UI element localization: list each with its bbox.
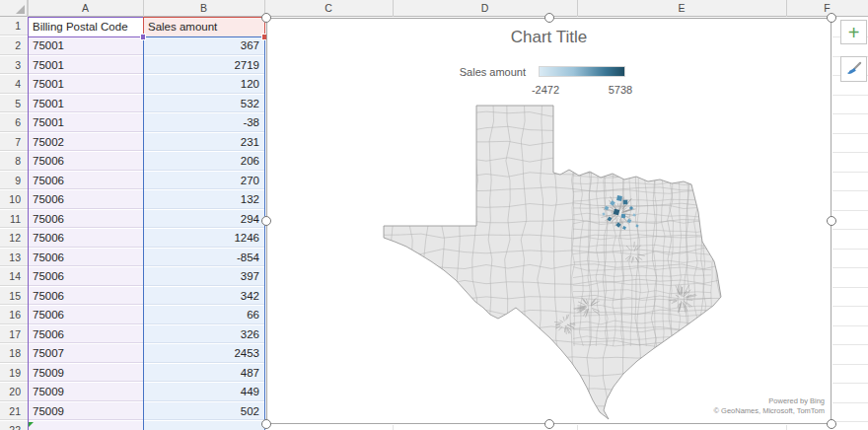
texas-filled-map[interactable]	[267, 19, 832, 425]
row-header-21[interactable]: 21	[0, 402, 28, 421]
cell-B5[interactable]: 532	[143, 95, 264, 113]
cell-B14[interactable]: 397	[143, 267, 264, 286]
chart-resize-handle[interactable]	[827, 216, 836, 226]
row-header-15[interactable]: 15	[0, 287, 28, 306]
row-header-12[interactable]: 12	[0, 229, 28, 248]
chart-resize-handle[interactable]	[827, 419, 836, 429]
cell-A4[interactable]: 75001	[28, 75, 143, 94]
row-header-17[interactable]: 17	[0, 325, 28, 344]
row-header-9[interactable]: 9	[0, 172, 28, 190]
row-header-6[interactable]: 6	[0, 113, 28, 132]
grid-line	[832, 152, 868, 153]
cell-B12[interactable]: 1246	[143, 229, 264, 248]
cell-A10[interactable]: 75006	[28, 190, 143, 209]
cell-B11[interactable]: 294	[143, 210, 264, 229]
row-header-19[interactable]: 19	[0, 364, 28, 383]
cell-B10[interactable]: 132	[143, 190, 264, 209]
cell-A21[interactable]: 75009	[28, 402, 143, 421]
column-header-C[interactable]: C	[264, 0, 393, 17]
grid-line	[832, 229, 868, 230]
cell-B4[interactable]: 120	[143, 75, 264, 94]
row-header-11[interactable]: 11	[0, 210, 28, 229]
cell-A6[interactable]: 75001	[28, 113, 143, 132]
chart-resize-handle[interactable]	[544, 13, 554, 23]
cell-B19[interactable]: 487	[143, 364, 264, 383]
cell-A18[interactable]: 75007	[28, 344, 143, 363]
row-header-5[interactable]: 5	[0, 95, 28, 113]
attribution-line-2: © GeoNames, Microsoft, TomTom	[714, 406, 826, 416]
column-header-divider	[393, 0, 394, 17]
cell-B1[interactable]: Sales amount	[143, 17, 264, 36]
cell-A7[interactable]: 75002	[28, 133, 143, 152]
chart-resize-handle[interactable]	[261, 419, 271, 429]
category-range-fill-handle[interactable]	[141, 35, 146, 39]
grid-line	[786, 425, 787, 430]
brush-icon	[845, 61, 862, 78]
grid-line	[393, 425, 394, 430]
column-header-E[interactable]: E	[577, 0, 786, 17]
grid-line	[832, 210, 868, 211]
cell-A2[interactable]: 75001	[28, 36, 143, 55]
chart-resize-handle[interactable]	[261, 13, 271, 23]
cell-B20[interactable]: 449	[143, 383, 264, 401]
cell-A19[interactable]: 75009	[28, 364, 143, 383]
cell-A11[interactable]: 75006	[28, 210, 143, 229]
cell-A13[interactable]: 75006	[28, 249, 143, 267]
grid-line	[577, 425, 578, 430]
cell-A16[interactable]: 75006	[28, 306, 143, 324]
cell-A22[interactable]	[28, 421, 143, 430]
chart-styles-button[interactable]	[840, 56, 867, 82]
row-header-8[interactable]: 8	[0, 152, 28, 171]
grid-line	[832, 421, 868, 422]
row-header-13[interactable]: 13	[0, 249, 28, 267]
row-header-7[interactable]: 7	[0, 133, 28, 152]
cell-A14[interactable]: 75006	[28, 267, 143, 286]
cell-B3[interactable]: 2719	[143, 56, 264, 75]
grid-line	[832, 249, 868, 250]
row-header-3[interactable]: 3	[0, 56, 28, 75]
row-header-18[interactable]: 18	[0, 344, 28, 363]
row-header-20[interactable]: 20	[0, 383, 28, 401]
cell-A1[interactable]: Billing Postal Code	[28, 17, 143, 36]
cell-A8[interactable]: 75006	[28, 152, 143, 171]
select-all-triangle-icon	[16, 5, 25, 14]
cell-B15[interactable]: 342	[143, 287, 264, 306]
cell-B2[interactable]: 367	[143, 36, 264, 55]
column-header-B[interactable]: B	[143, 0, 264, 17]
row-header-1[interactable]: 1	[0, 17, 28, 36]
cell-A12[interactable]: 75006	[28, 229, 143, 248]
row-header-10[interactable]: 10	[0, 190, 28, 209]
row-header-2[interactable]: 2	[0, 36, 28, 55]
chart-resize-handle[interactable]	[827, 13, 836, 23]
cell-B6[interactable]: -38	[143, 113, 264, 132]
cell-A9[interactable]: 75006	[28, 172, 143, 190]
cell-A3[interactable]: 75001	[28, 56, 143, 75]
cell-B16[interactable]: 66	[143, 306, 264, 324]
cell-B17[interactable]: 326	[143, 325, 264, 344]
chart-elements-button[interactable]: +	[840, 20, 867, 44]
cell-A17[interactable]: 75006	[28, 325, 143, 344]
cell-A5[interactable]: 75001	[28, 95, 143, 113]
chart-resize-handle[interactable]	[261, 216, 271, 226]
row-header-14[interactable]: 14	[0, 267, 28, 286]
grid-line	[832, 113, 868, 114]
select-all-button[interactable]	[0, 0, 28, 17]
cell-B8[interactable]: 206	[143, 152, 264, 171]
cell-B21[interactable]: 502	[143, 402, 264, 421]
row-header-22[interactable]: 22	[0, 421, 28, 430]
cell-B9[interactable]: 270	[143, 172, 264, 190]
cell-B13[interactable]: -854	[143, 249, 264, 267]
grid-line	[832, 344, 868, 345]
cell-B18[interactable]: 2453	[143, 344, 264, 363]
row-header-16[interactable]: 16	[0, 306, 28, 324]
map-chart[interactable]: Chart Title Sales amount -2472 5738 Powe…	[266, 18, 832, 424]
grid-line	[832, 383, 868, 384]
cell-A20[interactable]: 75009	[28, 383, 143, 401]
cell-B7[interactable]: 231	[143, 133, 264, 152]
chart-resize-handle[interactable]	[544, 419, 554, 429]
cell-B22[interactable]	[143, 421, 264, 430]
row-header-4[interactable]: 4	[0, 75, 28, 94]
grid-line	[832, 402, 868, 403]
cell-A15[interactable]: 75006	[28, 287, 143, 306]
column-header-A[interactable]: A	[28, 0, 143, 17]
